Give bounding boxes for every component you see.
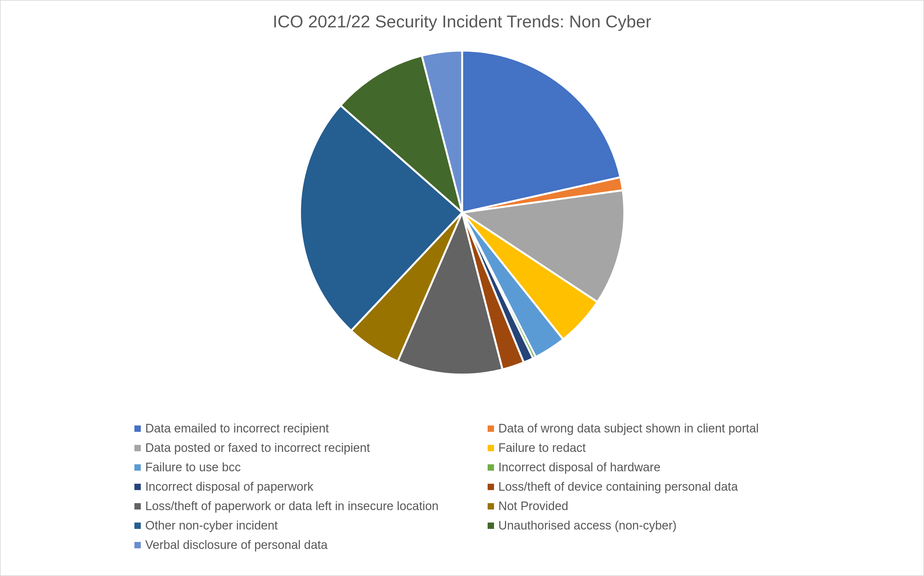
legend-label: Incorrect disposal of paperwork — [145, 480, 313, 494]
legend-swatch — [488, 484, 494, 490]
legend-label: Data of wrong data subject shown in clie… — [499, 422, 759, 435]
legend-swatch — [135, 542, 141, 548]
pie-wrap — [13, 34, 911, 391]
legend-label: Not Provided — [499, 499, 568, 513]
legend-swatch — [488, 503, 494, 509]
legend-label: Loss/theft of paperwork or data left in … — [145, 499, 439, 513]
legend-swatch — [135, 445, 141, 451]
legend-swatch — [135, 426, 141, 432]
legend-item: Unauthorised access (non-cyber) — [488, 519, 841, 533]
legend-label: Failure to redact — [499, 441, 586, 455]
legend-item: Failure to use bcc — [135, 461, 488, 474]
legend-item: Other non-cyber incident — [135, 519, 488, 533]
legend: Data emailed to incorrect recipientData … — [135, 422, 841, 558]
legend-item: Loss/theft of paperwork or data left in … — [135, 499, 488, 513]
legend-item: Not Provided — [488, 499, 841, 513]
legend-label: Failure to use bcc — [145, 461, 241, 474]
legend-swatch — [135, 503, 141, 509]
legend-item: Data of wrong data subject shown in clie… — [488, 422, 841, 435]
legend-swatch — [488, 464, 494, 470]
legend-label: Verbal disclosure of personal data — [145, 538, 327, 552]
legend-item: Failure to redact — [488, 441, 841, 455]
legend-swatch — [135, 464, 141, 470]
legend-label: Unauthorised access (non-cyber) — [499, 519, 677, 533]
legend-label: Data posted or faxed to incorrect recipi… — [145, 441, 370, 455]
legend-item: Incorrect disposal of hardware — [488, 461, 841, 474]
pie-chart — [284, 34, 640, 391]
legend-item: Data posted or faxed to incorrect recipi… — [135, 441, 488, 455]
legend-item: Incorrect disposal of paperwork — [135, 480, 488, 494]
chart-card: ICO 2021/22 Security Incident Trends: No… — [0, 0, 924, 576]
legend-label: Loss/theft of device containing personal… — [499, 480, 738, 494]
legend-swatch — [488, 445, 494, 451]
chart-title: ICO 2021/22 Security Incident Trends: No… — [13, 11, 911, 31]
legend-label: Other non-cyber incident — [145, 519, 278, 533]
legend-item: Loss/theft of device containing personal… — [488, 480, 841, 494]
legend-label: Data emailed to incorrect recipient — [145, 422, 329, 435]
legend-label: Incorrect disposal of hardware — [499, 461, 661, 474]
legend-swatch — [488, 523, 494, 529]
legend-item: Data emailed to incorrect recipient — [135, 422, 488, 435]
legend-item: Verbal disclosure of personal data — [135, 538, 488, 552]
legend-swatch — [488, 426, 494, 432]
legend-swatch — [135, 484, 141, 490]
legend-swatch — [135, 523, 141, 529]
